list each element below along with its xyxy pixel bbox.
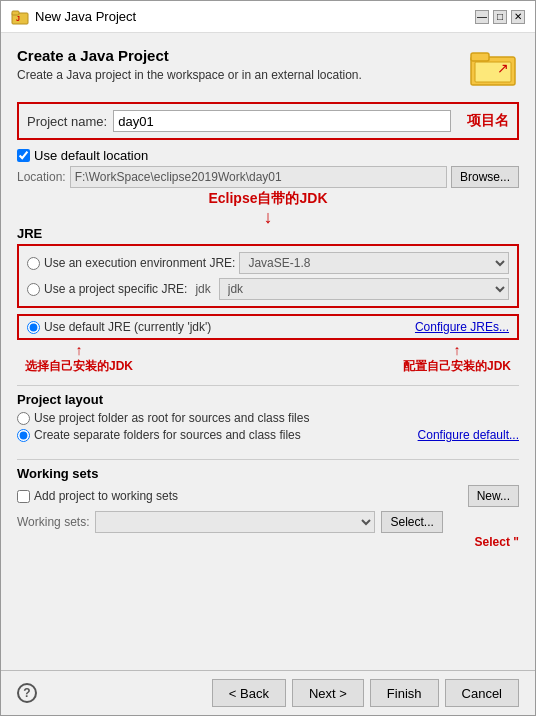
svg-rect-4 [471, 53, 489, 61]
layout-option2-row: Create separate folders for sources and … [17, 428, 519, 442]
use-default-location-checkbox[interactable] [17, 149, 30, 162]
jre-annotations-area: ↑ 选择自己安装的JDK ↑ 配置自己安装的JDK [17, 342, 519, 375]
eclipse-annotation-text: Eclipse自带的JDK [208, 190, 327, 206]
jre-option1-row: Use an execution environment JRE: JavaSE… [27, 252, 509, 274]
svg-text:J: J [16, 15, 20, 22]
window-icon: J [11, 8, 29, 26]
project-name-section: Project name: 项目名 [17, 102, 519, 140]
browse-button[interactable]: Browse... [451, 166, 519, 188]
jre-option2-select[interactable]: jdk [219, 278, 509, 300]
finish-button[interactable]: Finish [370, 679, 439, 707]
layout-option1-radio[interactable] [17, 412, 30, 425]
next-button[interactable]: Next > [292, 679, 364, 707]
arrow-up-left-icon: ↑ [76, 342, 83, 358]
jre-option3-radio[interactable] [27, 321, 40, 334]
select-annotation-text: Select " [475, 535, 519, 549]
close-button[interactable]: ✕ [511, 10, 525, 24]
jre-option1-select[interactable]: JavaSE-1.8 [239, 252, 509, 274]
bottom-bar: ? < Back Next > Finish Cancel [1, 670, 535, 715]
select-working-set-button[interactable]: Select... [381, 511, 442, 533]
jre-option1-label[interactable]: Use an execution environment JRE: [44, 256, 235, 270]
header-text: Create a Java Project Create a Java proj… [17, 47, 362, 92]
separator-2 [17, 459, 519, 460]
jre-default-row: Use default JRE (currently 'jdk') Config… [17, 314, 519, 340]
minimize-button[interactable]: — [475, 10, 489, 24]
project-name-row: Project name: 项目名 [27, 110, 509, 132]
layout-option1-row: Use project folder as root for sources a… [17, 411, 519, 425]
arrow-up-right-icon: ↑ [453, 342, 460, 358]
title-bar: J New Java Project — □ ✕ [1, 1, 535, 33]
jre-option2-radio[interactable] [27, 283, 40, 296]
location-input[interactable] [70, 166, 447, 188]
folder-icon: ↗ [469, 47, 519, 89]
eclipse-annotation-area: Eclipse自带的JDK ↓ [17, 190, 519, 226]
window-title: New Java Project [35, 9, 136, 24]
project-name-annotation: 项目名 [467, 112, 509, 130]
help-button[interactable]: ? [17, 683, 37, 703]
working-sets-select-row: Working sets: Select... [17, 511, 519, 533]
new-working-set-button[interactable]: New... [468, 485, 519, 507]
dialog-content: Create a Java Project Create a Java proj… [1, 33, 535, 670]
configure-jres-link[interactable]: Configure JREs... [415, 320, 509, 334]
separator-1 [17, 385, 519, 386]
jre-option2-label[interactable]: Use a project specific JRE: [44, 282, 187, 296]
project-layout-section: Project layout Use project folder as roo… [17, 392, 519, 445]
working-sets-section: Working sets Add project to working sets… [17, 466, 519, 549]
jre-option2-value: jdk [195, 282, 210, 296]
layout-option1-label[interactable]: Use project folder as root for sources a… [34, 411, 309, 425]
title-left: J New Java Project [11, 8, 136, 26]
arrow-down-icon: ↓ [17, 208, 519, 226]
working-sets-select[interactable] [95, 511, 375, 533]
layout-option2-label[interactable]: Create separate folders for sources and … [34, 428, 301, 442]
jre-option3-label[interactable]: Use default JRE (currently 'jdk') [44, 320, 211, 334]
project-layout-label: Project layout [17, 392, 519, 407]
project-name-input[interactable] [113, 110, 451, 132]
working-sets-add-row: Add project to working sets New... [17, 485, 519, 507]
annot-left-item: ↑ 选择自己安装的JDK [25, 342, 133, 375]
location-row: Location: Browse... [17, 166, 519, 188]
select-annotation-area: Select " [17, 535, 519, 549]
jre-options-section: Use an execution environment JRE: JavaSE… [17, 244, 519, 308]
layout-option2-inner: Create separate folders for sources and … [17, 428, 301, 442]
page-title: Create a Java Project [17, 47, 362, 64]
nav-buttons: < Back Next > Finish Cancel [212, 679, 519, 707]
svg-text:↗: ↗ [497, 60, 509, 76]
jre-option2-row: Use a project specific JRE: jdk jdk [27, 278, 509, 300]
use-default-location-row: Use default location [17, 148, 519, 163]
maximize-button[interactable]: □ [493, 10, 507, 24]
project-name-label: Project name: [27, 114, 107, 129]
jre-option1-radio[interactable] [27, 257, 40, 270]
annot-left-text: 选择自己安装的JDK [25, 358, 133, 375]
title-controls: — □ ✕ [475, 10, 525, 24]
use-default-location-label[interactable]: Use default location [34, 148, 148, 163]
annot-right-item: ↑ 配置自己安装的JDK [403, 342, 511, 375]
add-to-working-sets-label[interactable]: Add project to working sets [34, 489, 178, 503]
back-button[interactable]: < Back [212, 679, 286, 707]
jre-section-label: JRE [17, 226, 519, 241]
annot-right-text: 配置自己安装的JDK [403, 358, 511, 375]
location-label: Location: [17, 170, 66, 184]
page-description: Create a Java project in the workspace o… [17, 68, 362, 82]
working-sets-add-inner: Add project to working sets [17, 489, 178, 503]
working-sets-field-label: Working sets: [17, 515, 89, 529]
jre-default-left: Use default JRE (currently 'jdk') [27, 320, 211, 334]
layout-option2-radio[interactable] [17, 429, 30, 442]
working-sets-label: Working sets [17, 466, 519, 481]
header-area: Create a Java Project Create a Java proj… [17, 47, 519, 92]
configure-default-link[interactable]: Configure default... [418, 428, 519, 442]
main-window: J New Java Project — □ ✕ Create a Java P… [0, 0, 536, 716]
cancel-button[interactable]: Cancel [445, 679, 519, 707]
add-to-working-sets-checkbox[interactable] [17, 490, 30, 503]
